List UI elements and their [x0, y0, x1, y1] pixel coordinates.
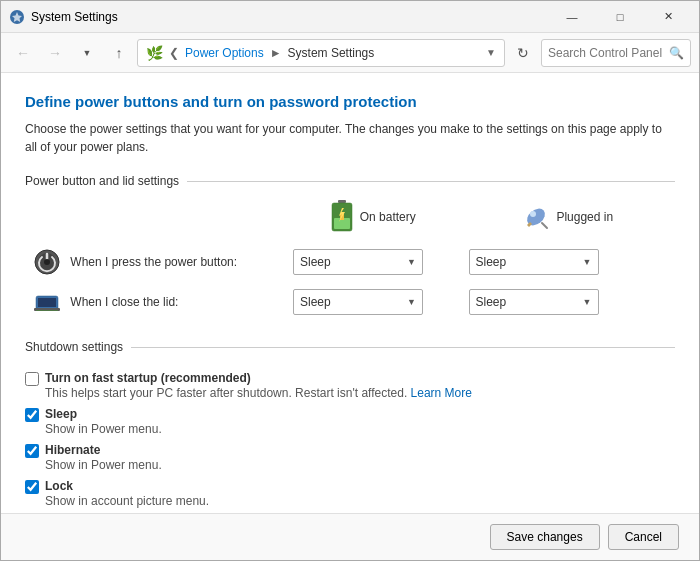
sleep-desc: Show in Power menu.	[45, 422, 675, 436]
forward-button[interactable]: →	[41, 39, 69, 67]
sleep-checkbox[interactable]	[25, 408, 39, 422]
fast-startup-label[interactable]: Turn on fast startup (recommended)	[45, 371, 251, 385]
minimize-button[interactable]: —	[549, 1, 595, 33]
footer: Save changes Cancel	[1, 513, 699, 560]
content-area: Define power buttons and turn on passwor…	[1, 73, 699, 513]
power-settings-table: On battery Plugged in	[25, 196, 675, 322]
breadcrumb-current: System Settings	[288, 46, 375, 60]
titlebar: System Settings — □ ✕	[1, 1, 699, 33]
row1-battery-value: Sleep	[300, 255, 331, 269]
window-title: System Settings	[31, 10, 549, 24]
breadcrumb-separator: ❮	[169, 46, 179, 60]
col-plugged-header: Plugged in	[461, 196, 676, 242]
sleep-content: Sleep Show in Power menu.	[45, 406, 675, 436]
svg-point-10	[44, 259, 50, 265]
row1-battery-cell: Sleep ▼	[285, 242, 461, 282]
window: System Settings — □ ✕ ← → ▼ ↑ 🌿 ❮ Power …	[0, 0, 700, 561]
save-changes-button[interactable]: Save changes	[490, 524, 600, 550]
hibernate-content: Hibernate Show in Power menu.	[45, 442, 675, 472]
row2-label-cell: When I close the lid:	[25, 282, 285, 322]
table-row: When I close the lid: Sleep ▼ Sleep ▼	[25, 282, 675, 322]
navbar: ← → ▼ ↑ 🌿 ❮ Power Options ► System Setti…	[1, 33, 699, 73]
row1-plugged-select[interactable]: Sleep ▼	[469, 249, 599, 275]
svg-rect-13	[38, 298, 56, 307]
row1-plugged-chevron: ▼	[583, 257, 592, 267]
titlebar-controls: — □ ✕	[549, 1, 691, 33]
list-item: Lock Show in account picture menu.	[25, 478, 675, 508]
list-item: Sleep Show in Power menu.	[25, 406, 675, 436]
row1-plugged-cell: Sleep ▼	[461, 242, 676, 282]
hibernate-checkbox[interactable]	[25, 444, 39, 458]
lock-content: Lock Show in account picture menu.	[45, 478, 675, 508]
row1-plugged-value: Sleep	[476, 255, 507, 269]
hibernate-label[interactable]: Hibernate	[45, 443, 100, 457]
lock-desc: Show in account picture menu.	[45, 494, 675, 508]
fast-startup-desc: This helps start your PC faster after sh…	[45, 386, 675, 400]
row1-label: When I press the power button:	[70, 255, 237, 269]
row2-battery-chevron: ▼	[407, 297, 416, 307]
plugged-icon	[522, 203, 550, 231]
row2-battery-select[interactable]: Sleep ▼	[293, 289, 423, 315]
search-icon: 🔍	[669, 46, 684, 60]
svg-rect-1	[338, 200, 346, 203]
page-description: Choose the power settings that you want …	[25, 120, 675, 156]
cancel-button[interactable]: Cancel	[608, 524, 679, 550]
recent-button[interactable]: ▼	[73, 39, 101, 67]
fast-startup-checkbox[interactable]	[25, 372, 39, 386]
power-section-label: Power button and lid settings	[25, 174, 675, 188]
maximize-button[interactable]: □	[597, 1, 643, 33]
col-label-header	[25, 196, 285, 242]
address-chevron-icon: ▼	[486, 47, 496, 58]
window-icon	[9, 9, 25, 25]
row2-label: When I close the lid:	[70, 295, 178, 309]
row2-plugged-value: Sleep	[476, 295, 507, 309]
close-button[interactable]: ✕	[645, 1, 691, 33]
list-item: Turn on fast startup (recommended) This …	[25, 370, 675, 400]
fast-startup-content: Turn on fast startup (recommended) This …	[45, 370, 675, 400]
refresh-button[interactable]: ↻	[509, 39, 537, 67]
svg-point-7	[530, 211, 536, 217]
row1-battery-select[interactable]: Sleep ▼	[293, 249, 423, 275]
search-input[interactable]	[548, 46, 665, 60]
breadcrumb-icon: 🌿	[146, 45, 163, 61]
row2-plugged-cell: Sleep ▼	[461, 282, 676, 322]
battery-column-label: On battery	[360, 210, 416, 224]
search-box[interactable]: 🔍	[541, 39, 691, 67]
battery-icon	[330, 200, 354, 234]
shutdown-section-label: Shutdown settings	[25, 340, 675, 354]
section-divider	[187, 181, 675, 182]
shutdown-items: Turn on fast startup (recommended) This …	[25, 362, 675, 513]
up-button[interactable]: ↑	[105, 39, 133, 67]
address-bar[interactable]: 🌿 ❮ Power Options ► System Settings ▼	[137, 39, 505, 67]
list-item: Hibernate Show in Power menu.	[25, 442, 675, 472]
table-row: When I press the power button: Sleep ▼ S…	[25, 242, 675, 282]
learn-more-link[interactable]: Learn More	[411, 386, 472, 400]
row2-battery-value: Sleep	[300, 295, 331, 309]
plugged-column-label: Plugged in	[556, 210, 613, 224]
row1-battery-chevron: ▼	[407, 257, 416, 267]
col-battery-header: On battery	[285, 196, 461, 242]
breadcrumb-arrow: ►	[270, 46, 282, 60]
svg-rect-15	[36, 310, 58, 311]
row2-plugged-chevron: ▼	[583, 297, 592, 307]
shutdown-section-divider	[131, 347, 675, 348]
page-heading: Define power buttons and turn on passwor…	[25, 93, 675, 110]
breadcrumb-parent[interactable]: Power Options	[185, 46, 264, 60]
hibernate-desc: Show in Power menu.	[45, 458, 675, 472]
sleep-label[interactable]: Sleep	[45, 407, 77, 421]
back-button[interactable]: ←	[9, 39, 37, 67]
close-lid-icon	[33, 288, 61, 316]
power-button-icon	[33, 248, 61, 276]
lock-checkbox[interactable]	[25, 480, 39, 494]
row2-plugged-select[interactable]: Sleep ▼	[469, 289, 599, 315]
lock-label[interactable]: Lock	[45, 479, 73, 493]
row2-battery-cell: Sleep ▼	[285, 282, 461, 322]
row1-label-cell: When I press the power button:	[25, 242, 285, 282]
